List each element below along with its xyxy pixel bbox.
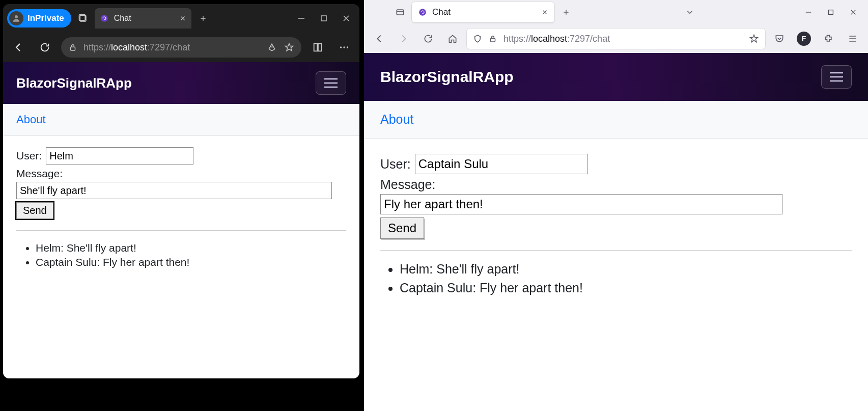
user-input[interactable] [415, 154, 588, 174]
all-tabs-button[interactable] [681, 4, 698, 21]
svg-point-3 [101, 15, 108, 22]
browser-tab[interactable]: Chat [412, 2, 554, 22]
lock-icon [68, 43, 77, 52]
list-item: Helm: She'll fly apart! [36, 242, 346, 254]
blazor-icon [100, 14, 109, 23]
svg-rect-6 [314, 44, 317, 51]
svg-point-10 [347, 46, 348, 48]
close-window-icon[interactable] [342, 14, 350, 22]
svg-point-8 [340, 46, 342, 48]
new-tab-button[interactable] [193, 9, 213, 28]
browser-tab[interactable]: Chat [95, 8, 191, 29]
about-bar: About [3, 104, 359, 136]
pocket-icon[interactable] [769, 29, 790, 49]
more-menu-icon[interactable] [334, 37, 354, 58]
edge-profile-badge[interactable]: InPrivate [7, 9, 71, 28]
message-input[interactable] [380, 194, 782, 214]
app-menu-icon[interactable] [843, 29, 863, 49]
messages-list: Helm: She'll fly apart!Captain Sulu: Fly… [380, 262, 852, 295]
minimize-icon[interactable] [805, 9, 812, 16]
read-aloud-icon[interactable] [267, 42, 277, 52]
firefox-toolbar: https://localhost:7297/chat F [364, 24, 868, 53]
collections-icon[interactable] [307, 37, 328, 58]
app-header: BlazorSignalRApp [3, 62, 359, 104]
nav-toggle-button[interactable] [821, 65, 852, 89]
svg-rect-4 [321, 16, 326, 21]
refresh-button[interactable] [418, 29, 438, 49]
close-tab-icon[interactable] [179, 15, 186, 22]
about-link[interactable]: About [16, 113, 46, 126]
about-link[interactable]: About [380, 112, 413, 126]
recent-browsing-button[interactable] [391, 4, 409, 21]
close-window-icon[interactable] [850, 9, 857, 16]
back-button[interactable] [8, 37, 29, 58]
edge-profile-label: InPrivate [27, 13, 64, 23]
avatar-icon [9, 11, 23, 25]
shield-icon[interactable] [473, 34, 482, 43]
divider [380, 250, 852, 251]
message-label: Message: [16, 168, 346, 180]
window-controls [297, 14, 355, 22]
svg-point-12 [419, 9, 426, 16]
lock-icon[interactable] [488, 34, 497, 43]
maximize-icon[interactable] [320, 14, 328, 22]
user-input[interactable] [46, 147, 193, 165]
chat-content: User: Message: Send Helm: She'll fly apa… [364, 139, 868, 315]
svg-rect-13 [829, 10, 833, 15]
minimize-icon[interactable] [297, 14, 305, 22]
favorite-icon[interactable] [284, 42, 294, 52]
nav-toggle-button[interactable] [316, 71, 346, 95]
message-input[interactable] [16, 182, 332, 199]
bookmark-icon[interactable] [749, 34, 759, 44]
messages-list: Helm: She'll fly apart!Captain Sulu: Fly… [16, 242, 346, 268]
tab-title: Chat [114, 14, 131, 23]
firefox-browser-window: Chat https://localhost:7297/chat [364, 0, 868, 411]
app-brand: BlazorSignalRApp [16, 75, 132, 91]
svg-rect-11 [397, 10, 403, 15]
user-label: User: [380, 157, 411, 172]
maximize-icon[interactable] [827, 9, 834, 16]
divider [16, 230, 346, 231]
edge-titlebar: InPrivate Chat [3, 4, 359, 33]
about-bar: About [364, 101, 868, 139]
firefox-viewport: BlazorSignalRApp About User: Message: Se… [364, 53, 868, 411]
home-button[interactable] [442, 29, 463, 49]
firefox-titlebar: Chat [364, 0, 868, 24]
svg-rect-7 [318, 44, 321, 51]
edge-viewport: BlazorSignalRApp About User: Message: Se… [3, 62, 359, 378]
app-brand: BlazorSignalRApp [380, 68, 514, 86]
edge-toolbar: https://localhost:7297/chat [3, 33, 359, 62]
svg-point-0 [15, 15, 18, 18]
new-tab-button[interactable] [557, 4, 575, 21]
send-button[interactable]: Send [16, 202, 53, 219]
chat-content: User: Message: Send Helm: She'll fly apa… [3, 136, 359, 282]
svg-rect-14 [491, 38, 495, 42]
app-header: BlazorSignalRApp [364, 53, 868, 101]
edge-browser-window: InPrivate Chat [3, 4, 359, 378]
address-bar[interactable]: https://localhost:7297/chat [61, 37, 301, 58]
refresh-button[interactable] [35, 37, 55, 58]
user-label: User: [16, 150, 42, 162]
message-label: Message: [380, 177, 852, 192]
back-button[interactable] [369, 29, 389, 49]
list-item: Captain Sulu: Fly her apart then! [36, 256, 346, 268]
url-text: https://localhost:7297/chat [503, 34, 610, 44]
blazor-icon [418, 8, 427, 17]
account-button[interactable]: F [794, 29, 814, 49]
svg-rect-5 [71, 47, 75, 50]
svg-point-9 [343, 46, 345, 48]
tab-title: Chat [432, 7, 451, 17]
send-button[interactable]: Send [380, 217, 424, 239]
forward-button[interactable] [394, 29, 414, 49]
url-text: https://localhost:7297/chat [83, 42, 190, 53]
close-tab-icon[interactable] [541, 9, 548, 16]
list-item: Helm: She'll fly apart! [400, 262, 852, 277]
window-controls [805, 9, 864, 16]
list-item: Captain Sulu: Fly her apart then! [400, 281, 852, 295]
tab-actions-button[interactable] [73, 9, 93, 28]
extensions-icon[interactable] [818, 29, 838, 49]
address-bar[interactable]: https://localhost:7297/chat [467, 29, 765, 49]
